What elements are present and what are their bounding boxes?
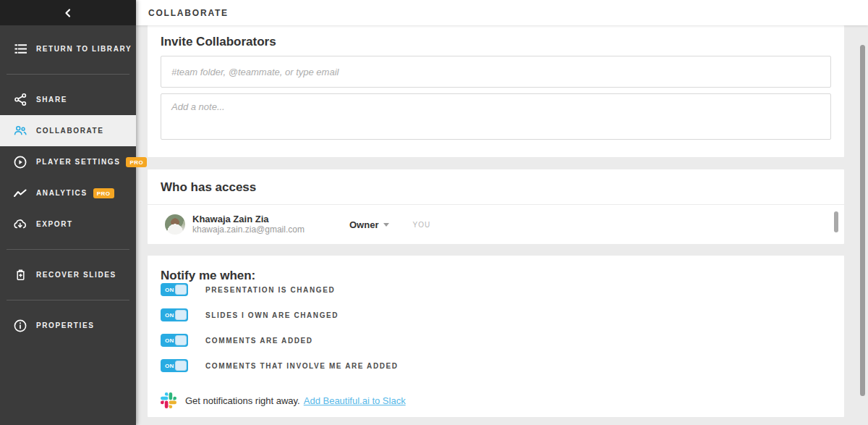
- toggle-state-label: ON: [165, 312, 174, 319]
- sidebar-nav: RETURN TO LIBRARY SHARE COLLABORATE: [0, 25, 136, 341]
- you-badge: YOU: [412, 221, 430, 229]
- user-info: Khawaja Zain Zia khawaja.zain.zia@gmail.…: [192, 214, 333, 235]
- toggle-row-slides-i-own-changed: ON SLIDES I OWN ARE CHANGED: [161, 308, 831, 321]
- sidebar-item-properties[interactable]: PROPERTIES: [0, 310, 136, 341]
- cloud-download-icon: [14, 218, 27, 231]
- sidebar-item-export[interactable]: EXPORT: [0, 209, 136, 240]
- toggle-row-comments-involve-me: ON COMMENTS THAT INVOLVE ME ARE ADDED: [161, 359, 831, 372]
- toggle-slides-i-own-changed[interactable]: ON: [161, 308, 188, 321]
- toggle-state-label: ON: [165, 287, 174, 293]
- sidebar-item-label: ANALYTICS: [36, 189, 88, 197]
- sidebar-item-recover-slides[interactable]: RECOVER SLIDES: [0, 259, 136, 290]
- user-name: Khawaja Zain Zia: [192, 214, 333, 224]
- toggle-row-presentation-changed: ON PRESENTATION IS CHANGED: [161, 283, 831, 296]
- toggle-knob: [175, 335, 187, 345]
- app-window: RETURN TO LIBRARY SHARE COLLABORATE: [0, 0, 868, 425]
- invite-recipient-input[interactable]: [161, 56, 831, 88]
- sidebar-item-analytics[interactable]: ANALYTICS PRO: [0, 177, 136, 209]
- sidebar-item-player-settings[interactable]: PLAYER SETTINGS PRO: [0, 146, 136, 177]
- access-title: Who has access: [161, 180, 831, 195]
- line-chart-icon: [14, 187, 27, 200]
- toggle-knob: [175, 285, 187, 295]
- back-button[interactable]: [0, 0, 136, 25]
- trash-restore-icon: [14, 269, 27, 282]
- main-scrollbar[interactable]: [860, 45, 865, 396]
- invite-collaborators-card: Invite Collaborators: [148, 25, 844, 157]
- slack-text: Get notifications right away.: [185, 395, 300, 406]
- sidebar-item-label: EXPORT: [36, 220, 73, 228]
- add-to-slack-link[interactable]: Add Beautiful.ai to Slack: [304, 395, 406, 406]
- toggle-label: PRESENTATION IS CHANGED: [205, 286, 335, 294]
- who-has-access-card: Who has access Khawaja Zain Zia khawaja.…: [148, 169, 844, 244]
- people-icon: [14, 125, 27, 138]
- play-circle-icon: [14, 156, 27, 169]
- toggle-presentation-changed[interactable]: ON: [161, 283, 188, 296]
- notifications-card: Notify me when: ON PRESENTATION IS CHANG…: [148, 256, 844, 417]
- chevron-left-icon: [63, 8, 73, 18]
- toggle-row-comments-added: ON COMMENTS ARE ADDED: [161, 334, 831, 347]
- sidebar: RETURN TO LIBRARY SHARE COLLABORATE: [0, 0, 136, 425]
- pro-badge: PRO: [93, 188, 114, 198]
- pro-badge: PRO: [126, 157, 147, 167]
- role-label: Owner: [349, 219, 378, 230]
- user-email: khawaja.zain.zia@gmail.com: [192, 224, 333, 235]
- toggle-label: SLIDES I OWN ARE CHANGED: [205, 311, 339, 319]
- sidebar-item-collaborate[interactable]: COLLABORATE: [0, 115, 136, 146]
- sidebar-item-return-to-library[interactable]: RETURN TO LIBRARY: [0, 33, 136, 64]
- invite-title: Invite Collaborators: [161, 35, 831, 49]
- sidebar-item-label: PLAYER SETTINGS: [36, 158, 120, 166]
- access-list-scrollbar[interactable]: [834, 211, 838, 232]
- role-dropdown[interactable]: Owner: [349, 219, 389, 230]
- toggle-state-label: ON: [165, 337, 174, 344]
- toggle-knob: [175, 361, 187, 371]
- sidebar-divider: [7, 74, 129, 75]
- share-icon: [14, 93, 27, 106]
- sidebar-item-label: RETURN TO LIBRARY: [36, 45, 132, 53]
- toggle-knob: [175, 310, 187, 320]
- invite-note-input[interactable]: [161, 93, 831, 140]
- sidebar-item-label: PROPERTIES: [36, 321, 94, 329]
- sidebar-divider: [7, 249, 129, 250]
- sidebar-item-label: RECOVER SLIDES: [36, 271, 116, 279]
- topbar: COLLABORATE: [136, 0, 868, 25]
- sidebar-item-share[interactable]: SHARE: [0, 84, 136, 115]
- list-icon: [14, 43, 27, 56]
- toggle-comments-involve-me[interactable]: ON: [161, 359, 188, 372]
- avatar: [165, 214, 185, 235]
- info-icon: [14, 319, 27, 332]
- slack-row: Get notifications right away. Add Beauti…: [161, 392, 831, 408]
- toggle-comments-added[interactable]: ON: [161, 334, 188, 347]
- toggle-label: COMMENTS ARE ADDED: [205, 337, 313, 345]
- chevron-down-icon: [383, 223, 389, 227]
- notify-title: Notify me when:: [161, 269, 831, 283]
- toggle-label: COMMENTS THAT INVOLVE ME ARE ADDED: [205, 362, 399, 370]
- sidebar-item-label: COLLABORATE: [36, 127, 104, 135]
- sidebar-divider: [7, 300, 129, 300]
- content-area: Invite Collaborators Who has access Khaw…: [136, 25, 868, 425]
- page-title: COLLABORATE: [148, 8, 229, 18]
- sidebar-item-label: SHARE: [36, 96, 67, 104]
- toggle-state-label: ON: [165, 363, 174, 369]
- access-user-row: Khawaja Zain Zia khawaja.zain.zia@gmail.…: [148, 205, 844, 244]
- main-panel: COLLABORATE Invite Collaborators Who has…: [136, 0, 868, 425]
- slack-icon: [161, 392, 176, 408]
